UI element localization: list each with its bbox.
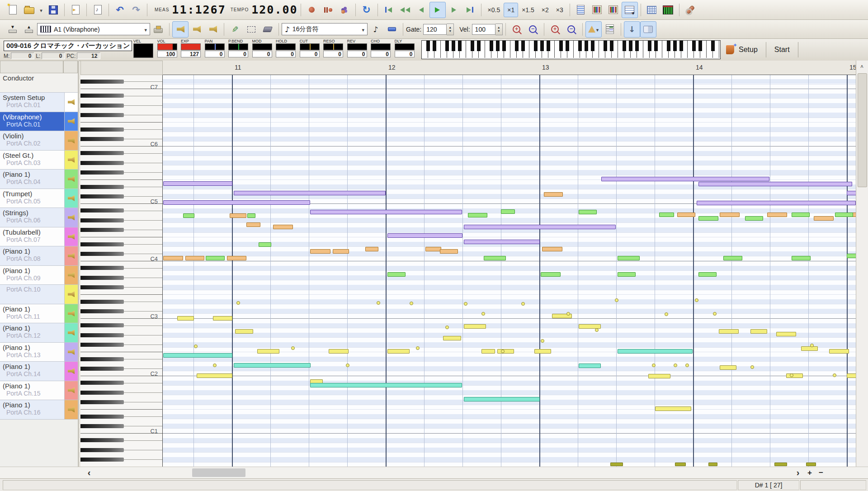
undo-button[interactable] — [112, 2, 128, 18]
note-orange[interactable] — [227, 256, 246, 260]
note-orange[interactable] — [814, 216, 834, 221]
note-grid[interactable] — [163, 75, 856, 467]
track-mute-cell[interactable] — [64, 208, 78, 227]
meter-bar[interactable] — [371, 43, 391, 50]
black-key[interactable] — [80, 276, 124, 280]
vertical-scroll-thumb[interactable] — [858, 73, 867, 187]
black-key[interactable] — [80, 218, 124, 222]
note-dot[interactable] — [685, 364, 689, 367]
note-dot[interactable] — [695, 298, 698, 302]
meter-bar[interactable] — [205, 43, 225, 50]
note-green[interactable] — [835, 212, 853, 217]
setup-button[interactable]: Setup — [739, 46, 758, 54]
pc-value[interactable]: 12 — [77, 52, 100, 59]
black-key[interactable] — [80, 94, 124, 98]
meter-bar[interactable] — [395, 43, 415, 50]
track-row--piano-1-[interactable]: (Piano 1)PortA Ch.13 — [0, 343, 78, 362]
note-dot[interactable] — [416, 346, 420, 350]
black-key[interactable] — [80, 161, 124, 165]
track-row--piano-1-[interactable]: (Piano 1)PortA Ch.12 — [0, 323, 78, 343]
monitor-chord-button[interactable] — [189, 21, 205, 38]
track-row--vibraphone-[interactable]: (Vibraphone)PortA Ch.01 — [0, 112, 78, 132]
note-teal[interactable] — [618, 349, 693, 354]
new-file-button[interactable] — [5, 2, 21, 18]
note-purple[interactable] — [697, 201, 856, 205]
note-dot[interactable] — [674, 364, 677, 367]
black-key[interactable] — [80, 266, 124, 270]
black-key[interactable] — [80, 357, 124, 361]
note-purple[interactable] — [601, 177, 769, 181]
note-green[interactable] — [183, 213, 194, 218]
horizontal-scroll-thumb[interactable] — [192, 468, 245, 477]
meter-bar[interactable] — [300, 43, 320, 50]
note-dot[interactable] — [615, 298, 618, 302]
zoom-in-button[interactable]: + — [509, 21, 525, 38]
note-green[interactable] — [723, 256, 742, 260]
black-key[interactable] — [80, 194, 124, 198]
note-purple[interactable] — [847, 191, 856, 195]
play-button[interactable] — [429, 2, 446, 18]
scroll-left-button[interactable] — [84, 467, 94, 478]
note-yellow[interactable] — [235, 329, 253, 334]
note-yellow[interactable] — [655, 406, 691, 411]
gate-spinner[interactable]: ▲▼ — [447, 24, 454, 35]
black-key[interactable] — [80, 323, 124, 327]
track-mute-cell[interactable] — [64, 362, 78, 381]
track-mute-cell[interactable] — [64, 285, 78, 304]
vel-spinbox[interactable]: 100 ▲▼ — [472, 24, 503, 35]
note-dot[interactable] — [810, 344, 814, 347]
time-zoom-×1.5[interactable]: ×1.5 — [518, 3, 538, 17]
note-yellow[interactable] — [719, 329, 739, 334]
pen-tool-button[interactable] — [227, 21, 243, 38]
note-yellow[interactable] — [829, 349, 849, 354]
note-green[interactable] — [247, 213, 255, 218]
track-mute-cell[interactable] — [64, 93, 78, 112]
note-orange[interactable] — [310, 249, 330, 254]
note-purple[interactable] — [464, 240, 540, 244]
track-row--strings-[interactable]: (Strings)PortA Ch.06 — [0, 208, 78, 227]
note-orange[interactable] — [273, 225, 293, 229]
note-teal[interactable] — [579, 364, 601, 368]
note-yellow[interactable] — [497, 349, 514, 354]
vzoom-out-button[interactable]: − — [563, 21, 580, 38]
piano-roll-button[interactable] — [622, 2, 638, 18]
note-green[interactable] — [792, 212, 810, 217]
note-dot[interactable] — [790, 373, 793, 377]
black-key[interactable] — [80, 300, 124, 304]
note-length-selector[interactable]: 16分音符 — [282, 23, 368, 35]
track-mute-cell[interactable] — [64, 304, 78, 323]
black-key[interactable] — [80, 438, 124, 442]
note-orange[interactable] — [333, 249, 349, 254]
piano-keyboard[interactable]: C7C6C5C4C3C2C1 — [80, 75, 163, 467]
measure-ruler[interactable]: 1112131415 — [163, 61, 856, 75]
note-green[interactable] — [387, 272, 406, 277]
scroll-up-button[interactable]: ˄ — [857, 62, 867, 71]
note-yellow[interactable] — [847, 373, 856, 378]
note-dot[interactable] — [481, 312, 485, 316]
note-green[interactable] — [659, 212, 674, 217]
hzoom-in-button[interactable]: + — [804, 467, 815, 478]
note-yellow[interactable] — [534, 349, 551, 354]
dotted-note-button[interactable] — [368, 21, 384, 38]
note-orange[interactable] — [425, 247, 441, 251]
track-row--piano-1-[interactable]: (Piano 1)PortA Ch.09 — [0, 266, 78, 285]
track-row--piano-1-[interactable]: (Piano 1)PortA Ch.14 — [0, 362, 78, 381]
select-tool-button[interactable] — [243, 21, 259, 38]
time-zoom-×2[interactable]: ×2 — [538, 3, 552, 17]
rewind-button[interactable] — [397, 2, 413, 18]
note-dot[interactable] — [521, 302, 525, 306]
note-olive[interactable] — [675, 463, 686, 466]
meter-bar[interactable] — [276, 43, 296, 50]
note-purple[interactable] — [163, 200, 310, 205]
monitor-on-button[interactable] — [172, 21, 189, 38]
note-dot[interactable] — [410, 302, 413, 305]
note-purple[interactable] — [163, 181, 232, 186]
note-orange[interactable] — [246, 222, 260, 227]
stamp-button[interactable] — [150, 21, 166, 38]
note-teal[interactable] — [163, 353, 232, 358]
note-orange[interactable] — [365, 247, 378, 251]
meter-bar[interactable] — [228, 43, 248, 50]
note-purple[interactable] — [387, 233, 462, 238]
note-purple[interactable] — [310, 210, 462, 214]
black-key[interactable] — [80, 228, 124, 232]
